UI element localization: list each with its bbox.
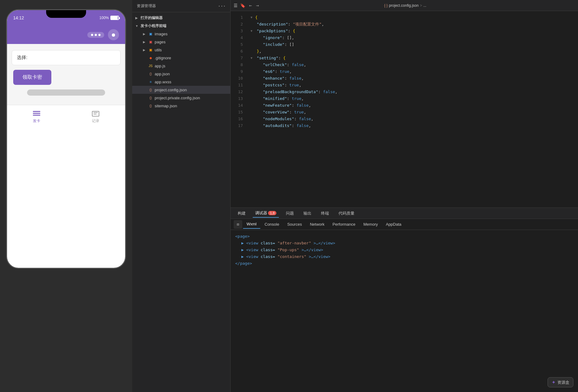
get-card-password-button[interactable]: 领取卡密 xyxy=(13,70,51,85)
sitemap-icon: {} xyxy=(148,103,153,108)
project-arrow: ▼ xyxy=(135,24,139,28)
file-appwxss[interactable]: ▶ ≡ app.wxss xyxy=(132,78,230,86)
file-gitignore[interactable]: ▶ ◆ .gitignore xyxy=(132,54,230,62)
utils-label: utils xyxy=(155,48,162,52)
code-line-17: "autoAudits": false, xyxy=(251,122,578,129)
code-line-3: ▼ "packOptions": { xyxy=(251,28,578,34)
pages-label: pages xyxy=(155,40,165,44)
code-line-12: "preloadBackgroundData": false, xyxy=(251,89,578,95)
devtab-appdata[interactable]: AppData xyxy=(382,220,405,228)
line-num-15: 15 xyxy=(231,109,243,116)
code-panel: ☰ 🔖 ← → {·} project.config.json > ... 1 … xyxy=(231,0,578,392)
battery-percent: 100% xyxy=(99,16,109,20)
line-num-8: 8 xyxy=(231,61,243,68)
tab-faka-label: 发卡 xyxy=(33,118,40,124)
open-editors-section[interactable]: ▶ 打开的编辑器 xyxy=(132,14,230,22)
folder-pages[interactable]: ▶ ▣ pages xyxy=(132,38,230,46)
phone-simulator: 14:12 100% ⏺ 选择: 领取卡密 xyxy=(0,0,132,392)
devtab-console[interactable]: Console xyxy=(261,220,283,228)
tab-debugger[interactable]: 调试器1,8 xyxy=(253,209,279,218)
devtab-memory[interactable]: Memory xyxy=(360,220,382,228)
tab-output[interactable]: 输出 xyxy=(301,209,314,217)
projconfig-icon: {} xyxy=(148,87,153,92)
tab-line-1 xyxy=(33,111,40,112)
folder-images[interactable]: ▶ ▣ images xyxy=(132,30,230,38)
bottom-panel: 构建 调试器1,8 问题 输出 终端 代码质量 ⊡ Wxml Console S… xyxy=(231,208,578,392)
tab-line-2 xyxy=(33,113,40,114)
dot-1 xyxy=(91,34,93,36)
nav-forward-button[interactable]: → xyxy=(255,2,260,9)
line-num-1: 1 xyxy=(231,14,243,21)
fold-btn-1[interactable]: ▼ xyxy=(251,16,254,19)
xml-line-2: ▶ <view class= "after-navber" >…</view> xyxy=(235,240,573,247)
phone-time: 14:12 xyxy=(13,15,24,20)
folder-utils[interactable]: ▶ ▣ utils xyxy=(132,46,230,54)
fold-btn-7[interactable]: ▼ xyxy=(251,56,254,60)
fold-btn-3[interactable]: ▼ xyxy=(251,29,254,33)
code-line-7: ▼ "setting": { xyxy=(251,55,578,61)
file-project-config[interactable]: ▶ {} project.config.json xyxy=(132,86,230,94)
battery-bar xyxy=(110,16,119,20)
line-num-5: 5 xyxy=(231,41,243,48)
line-numbers: 1 2 3 4 5 6 7 8 9 10 11 12 13 14 15 16 1… xyxy=(231,11,247,208)
watermark: ✦ 资源盒 xyxy=(548,377,573,387)
projconfig-label: project.config.json xyxy=(155,88,187,92)
tab-terminal[interactable]: 终端 xyxy=(319,209,331,217)
code-line-8: "urlCheck": false, xyxy=(251,61,578,68)
project-section[interactable]: ▼ 发卡小程序前端 xyxy=(132,22,230,30)
code-line-5: "include": [] xyxy=(251,41,578,48)
line-num-13: 13 xyxy=(231,95,243,102)
line-num-12: 12 xyxy=(231,89,243,95)
images-label: images xyxy=(155,32,168,36)
debugger-badge: 1,8 xyxy=(268,211,276,215)
tab-build[interactable]: 构建 xyxy=(235,209,248,217)
appjs-icon: JS xyxy=(148,63,153,68)
phone-content-area: 选择: 领取卡密 xyxy=(7,44,125,105)
tab-jilu[interactable]: 记录 xyxy=(92,111,99,124)
xml-line-3: ▶ <view class= "Pop-ups" >…</view> xyxy=(235,247,573,253)
tab-faka[interactable]: 发卡 xyxy=(33,111,40,124)
code-line-1: ▼ { xyxy=(251,14,578,21)
projprivate-label: project.private.config.json xyxy=(155,96,200,100)
line-num-10: 10 xyxy=(231,75,243,82)
devtab-sources[interactable]: Sources xyxy=(283,220,306,228)
explorer-header: 资源管理器 ··· xyxy=(132,0,230,12)
code-line-11: "postcss": true, xyxy=(251,82,578,89)
devtab-performance[interactable]: Performance xyxy=(329,220,359,228)
phone-scroll-area xyxy=(12,89,121,99)
devtab-network[interactable]: Network xyxy=(306,220,328,228)
bookmark-icon[interactable]: 🔖 xyxy=(240,3,245,8)
appwxss-icon: ≡ xyxy=(148,79,153,84)
xml-line-5: </page> xyxy=(235,260,573,267)
appjson-label: app.json xyxy=(155,72,170,76)
xml-line-1: <page> xyxy=(235,233,573,240)
file-appjson[interactable]: ▶ {} app.json xyxy=(132,70,230,78)
devtab-wxml[interactable]: Wxml xyxy=(243,220,260,229)
project-label: 发卡小程序前端 xyxy=(141,23,166,29)
explorer-menu-button[interactable]: ··· xyxy=(218,4,226,9)
select-input[interactable]: 选择: xyxy=(12,50,121,65)
file-appjs[interactable]: ▶ JS app.js xyxy=(132,62,230,70)
explorer-title: 资源管理器 xyxy=(137,3,156,9)
tab-problems[interactable]: 问题 xyxy=(283,209,296,217)
code-line-13: "minified": true, xyxy=(251,95,578,102)
header-dots-btn[interactable] xyxy=(87,32,104,38)
line-num-2: 2 xyxy=(231,21,243,28)
phone-tab-bar: 发卡 记录 xyxy=(7,105,125,129)
breadcrumb-filename: project.config.json xyxy=(389,3,419,8)
devtool-cursor-icon[interactable]: ⊡ xyxy=(234,220,242,229)
file-sitemap[interactable]: ▶ {} sitemap.json xyxy=(132,102,230,110)
record-button[interactable]: ⏺ xyxy=(108,29,119,40)
utils-icon: ▣ xyxy=(148,47,153,52)
tab-jilu-icon xyxy=(92,111,99,117)
utils-arrow: ▶ xyxy=(143,48,147,52)
open-editors-label: 打开的编辑器 xyxy=(141,15,163,21)
hamburger-icon[interactable]: ☰ xyxy=(234,3,238,8)
nav-back-button[interactable]: ← xyxy=(248,2,253,9)
file-project-private-config[interactable]: ▶ {} project.private.config.json xyxy=(132,94,230,102)
tab-line-3 xyxy=(33,115,40,116)
tab-code-quality[interactable]: 代码质量 xyxy=(336,209,357,217)
battery-indicator: 100% xyxy=(99,16,119,20)
line-num-4: 4 xyxy=(231,34,243,41)
pages-icon: ▣ xyxy=(148,39,153,44)
